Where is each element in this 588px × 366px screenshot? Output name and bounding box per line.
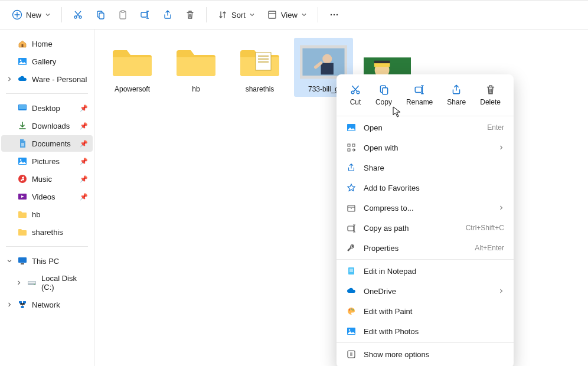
ctx-properties[interactable]: PropertiesAlt+Enter [337, 238, 514, 258]
label: Copy [375, 98, 392, 106]
copypath-icon [346, 223, 357, 233]
pin-icon[interactable]: 📌 [80, 175, 88, 183]
chevron-down-icon [249, 12, 255, 18]
ctx-share[interactable]: Share [445, 81, 468, 109]
sidebar-item-documents[interactable]: Documents 📌 [1, 135, 93, 152]
sidebar-item-home[interactable]: Home [1, 35, 93, 52]
folder-icon [236, 41, 283, 83]
folder-item-hb[interactable]: hb [166, 38, 226, 97]
ctx-open[interactable]: OpenEnter [337, 117, 514, 138]
folder-item-apowersoft[interactable]: Apowersoft [103, 38, 162, 97]
cut-button[interactable] [67, 6, 89, 24]
pin-icon[interactable]: 📌 [80, 104, 88, 112]
view-icon [267, 9, 277, 20]
ctx-compress[interactable]: Compress to... [337, 198, 514, 218]
ctx-favorites[interactable]: Add to Favorites [337, 178, 514, 198]
ctx-photos[interactable]: Edit with Photos [337, 321, 514, 341]
pin-icon[interactable]: 📌 [80, 122, 88, 130]
sidebar-item-music[interactable]: Music 📌 [1, 171, 93, 187]
ctx-onedrive[interactable]: OneDrive [337, 281, 514, 301]
rename-button[interactable] [134, 6, 156, 24]
pin-icon[interactable]: 📌 [80, 158, 88, 165]
sort-icon [217, 9, 228, 20]
ctx-copypath[interactable]: Copy as pathCtrl+Shift+C [337, 218, 514, 238]
folder-icon [18, 227, 27, 237]
onedrive-icon [18, 74, 27, 84]
ctx-copy[interactable]: Copy [373, 81, 394, 109]
divider [337, 116, 514, 116]
svg-rect-37 [374, 61, 390, 63]
svg-point-1 [74, 16, 77, 18]
sidebar-item-ware[interactable]: Ware - Personal [1, 71, 93, 87]
divider [337, 259, 514, 260]
sidebar-item-localdisk[interactable]: Local Disk (C:) [1, 270, 93, 295]
pin-icon[interactable]: 📌 [80, 140, 88, 148]
home-icon [18, 39, 27, 48]
label: Open with [364, 143, 398, 152]
label: Cut [350, 98, 361, 106]
ctx-share2[interactable]: Share [337, 158, 514, 178]
ctx-more-options[interactable]: Show more options [337, 344, 514, 364]
share-button[interactable] [156, 6, 179, 24]
chevron-right-icon[interactable] [6, 301, 13, 308]
label: Home [32, 40, 53, 48]
sidebar-item-hb[interactable]: hb [1, 206, 93, 223]
label: Apowersoft [115, 85, 150, 93]
ctx-delete[interactable]: Delete [478, 81, 503, 109]
ctx-paint[interactable]: Edit with Paint [337, 301, 514, 321]
delete-button[interactable] [179, 6, 201, 24]
folder-icon [109, 41, 156, 83]
view-button[interactable]: View [261, 6, 313, 24]
svg-point-52 [352, 309, 354, 311]
divider [337, 342, 514, 343]
notepad-icon [346, 266, 357, 276]
sidebar-item-downloads[interactable]: Downloads 📌 [1, 117, 93, 134]
desktop-icon [18, 103, 27, 113]
folder-icon [18, 210, 27, 219]
folder-item-sharethis[interactable]: sharethis [230, 38, 289, 97]
sidebar-item-pictures[interactable]: Pictures 📌 [1, 153, 93, 169]
svg-point-18 [20, 159, 22, 161]
ctx-notepad[interactable]: Edit in Notepad [337, 261, 514, 281]
label: sharethis [246, 85, 275, 93]
label: Local Disk (C:) [41, 274, 89, 292]
more-button[interactable] [323, 6, 345, 24]
chevron-down-icon [45, 12, 51, 18]
svg-rect-41 [383, 88, 388, 94]
label: Videos [32, 192, 55, 201]
new-button[interactable]: New [6, 6, 57, 24]
sidebar-item-thispc[interactable]: This PC [1, 253, 93, 269]
shortcut: Enter [487, 123, 504, 132]
sidebar-item-gallery[interactable]: Gallery [1, 53, 93, 70]
pc-icon [18, 256, 27, 266]
chevron-right-icon[interactable] [15, 279, 22, 286]
svg-point-10 [334, 14, 335, 15]
context-menu-top-actions: Cut Copy Rename Share Delete [337, 78, 514, 115]
paste-button[interactable] [112, 6, 134, 24]
archive-icon [346, 202, 357, 213]
svg-rect-28 [21, 306, 24, 308]
mouse-cursor-icon [393, 106, 402, 118]
svg-point-51 [351, 309, 352, 310]
sort-button[interactable]: Sort [211, 6, 261, 24]
svg-rect-48 [348, 226, 354, 231]
svg-rect-33 [321, 63, 334, 75]
ctx-rename[interactable]: Rename [404, 81, 435, 109]
videos-icon [18, 192, 27, 201]
sidebar-item-videos[interactable]: Videos 📌 [1, 188, 93, 205]
sidebar-item-network[interactable]: Network [1, 296, 93, 313]
label: Share [447, 98, 466, 106]
ctx-cut[interactable]: Cut [347, 81, 364, 109]
chevron-right-icon[interactable] [6, 76, 13, 83]
svg-rect-44 [348, 144, 350, 146]
network-icon [18, 300, 27, 309]
copy-button[interactable] [89, 6, 112, 24]
sidebar-item-sharethis[interactable]: sharethis [1, 224, 93, 240]
ctx-openwith[interactable]: Open with [337, 138, 514, 158]
scissors-icon [73, 9, 83, 20]
sidebar-item-desktop[interactable]: Desktop 📌 [1, 100, 93, 116]
chevron-down-icon[interactable] [6, 257, 13, 264]
label: Edit with Paint [364, 307, 412, 316]
pin-icon[interactable]: 📌 [80, 193, 88, 201]
chevron-down-icon [301, 12, 307, 18]
